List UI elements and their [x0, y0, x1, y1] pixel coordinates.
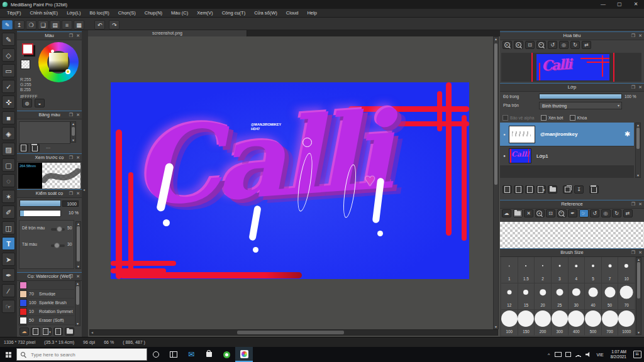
toolbar-button[interactable]: ❑ [38, 20, 48, 30]
store-button[interactable] [200, 347, 218, 362]
brush-list-item[interactable]: 50 Eraser (Soft) [18, 316, 74, 325]
reference-clear-button[interactable]: ✕ [524, 209, 533, 217]
navigator-thumbnail[interactable]: Calli [536, 54, 609, 80]
zoom-in-button[interactable]: + [502, 41, 512, 49]
close-icon[interactable]: ✕ [76, 111, 80, 119]
rotate-cw-button[interactable]: ↻ [570, 41, 580, 49]
brush-size-cell[interactable]: 40 [585, 283, 601, 309]
scroll-down-icon[interactable]: ▼ [494, 325, 498, 329]
canvas-artwork[interactable]: Calli ♥ @MANJIROMIKEY HD47 [111, 82, 469, 279]
flip-view-button[interactable]: ⇄ [582, 41, 591, 49]
start-button[interactable] [0, 347, 16, 362]
delete-swatch-button[interactable] [30, 144, 40, 152]
tool-button[interactable]: ▢ [2, 158, 15, 172]
tool-button[interactable]: T [2, 237, 15, 250]
popout-icon[interactable]: ❒ [69, 190, 73, 197]
brush-size-cell[interactable]: 500 [585, 310, 601, 336]
popout-icon[interactable]: ❒ [631, 249, 635, 256]
volume-icon[interactable] [583, 347, 593, 362]
menu-item[interactable]: Công cụ(T) [218, 9, 250, 18]
reference-hand-button[interactable]: ☞ [579, 209, 589, 217]
brush-size-cell[interactable]: 150 [518, 310, 535, 336]
tool-button[interactable]: ◫ [2, 221, 15, 234]
brush-size-cell[interactable]: 2 [535, 257, 551, 283]
reference-rotate-reset-button[interactable]: ◎ [601, 209, 611, 217]
add-layer-menu-button[interactable]: ▾ [536, 185, 546, 194]
brush-size-cell[interactable]: 50 [602, 283, 618, 309]
popout-icon[interactable]: ❒ [69, 32, 73, 40]
popout-icon[interactable]: ❒ [69, 111, 73, 119]
brush-list-item[interactable]: 10 Rotation Symmet [18, 307, 74, 316]
medibang-taskbar-button[interactable] [235, 347, 253, 362]
layer-list-scrollbar[interactable]: ▲ ▼ [635, 123, 641, 178]
tray-device-icon[interactable] [553, 347, 563, 362]
zoom-reset-button[interactable]: + [514, 41, 523, 49]
scroll-down-icon[interactable]: ▼ [636, 331, 641, 334]
scroll-down-icon[interactable]: ▼ [71, 138, 75, 142]
maximize-button[interactable]: ▢ [611, 0, 628, 9]
scroll-down-icon[interactable]: ▼ [76, 265, 80, 268]
taskbar-search-input[interactable] [16, 348, 147, 361]
tray-battery-icon[interactable] [563, 347, 573, 362]
toolbar-button[interactable]: ❍ [26, 20, 36, 30]
reference-cloud-button[interactable]: ☁ [502, 209, 511, 217]
tool-button[interactable]: ▨ [2, 143, 15, 156]
scrollbar-thumb[interactable] [72, 127, 75, 136]
brush-options-scrollbar[interactable]: ▲ ▼ [75, 221, 81, 269]
scrollbar-thumb[interactable] [636, 128, 640, 149]
cortana-button[interactable] [147, 347, 165, 362]
tool-button[interactable]: ✜ [2, 96, 15, 109]
brush-size-cell[interactable]: 4 [569, 257, 585, 283]
saturation-value-square[interactable] [49, 53, 68, 72]
brush-size-cell[interactable]: 300 [552, 310, 568, 336]
checkbox-box[interactable] [570, 115, 575, 121]
toolbar-button[interactable]: ▤ [50, 20, 60, 30]
tool-button[interactable]: ☞ [2, 300, 15, 313]
brush-size-cell[interactable]: 70 [618, 283, 635, 309]
menu-item[interactable]: Bộ lọc(R) [86, 9, 114, 18]
scroll-up-icon[interactable]: ▲ [71, 122, 75, 126]
close-button[interactable]: ✕ [628, 0, 644, 9]
menu-item[interactable]: Lớp(L) [62, 9, 85, 18]
reference-rotate-cw-button[interactable]: ↻ [612, 209, 621, 217]
brush-list-item[interactable] [18, 281, 74, 290]
tool-button[interactable]: ◈ [2, 127, 15, 140]
scroll-up-icon[interactable]: ▲ [494, 37, 498, 41]
notification-center-button[interactable]: 11 [630, 347, 644, 362]
layer-checkbox[interactable]: Khóa [570, 115, 587, 121]
layer-opacity-slider[interactable] [539, 94, 622, 99]
load-color-slider[interactable] [51, 244, 65, 247]
reference-open-button[interactable] [513, 209, 523, 217]
brush-size-cell[interactable]: 12 [501, 283, 518, 309]
close-icon[interactable]: ✕ [638, 84, 642, 91]
layer-thumbnail[interactable] [509, 126, 535, 143]
taskbar-clock[interactable]: 1:07 AM 8/2/2021 [611, 349, 626, 359]
wifi-icon[interactable] [573, 347, 583, 362]
edit-brush-button[interactable] [53, 327, 63, 336]
rotate-reset-button[interactable]: ◎ [559, 41, 569, 49]
rotate-ccw-button[interactable]: ↺ [548, 41, 557, 49]
scroll-up-icon[interactable]: ▲ [636, 123, 640, 127]
layer-checkbox[interactable]: Xén bớt [541, 115, 563, 121]
brush-list-item[interactable]: 50 Eraser [18, 325, 74, 326]
navigator-thumbnail-zone[interactable]: Calli [501, 53, 641, 82]
menu-item[interactable]: Chụp(N) [140, 9, 167, 18]
undo-button[interactable]: ↶ [94, 20, 105, 30]
toolbar-button[interactable]: ▦ [74, 20, 84, 30]
menu-item[interactable]: Tệp(F) [3, 9, 26, 18]
scrollbar-thumb[interactable] [637, 262, 640, 299]
layer-thumbnail[interactable]: Calli [509, 148, 531, 163]
brush-folder-button[interactable] [65, 327, 74, 336]
menu-item[interactable]: Chọn(S) [114, 9, 140, 18]
checkbox-box[interactable] [541, 115, 547, 121]
toolbar-button[interactable]: ✎ [2, 20, 13, 30]
palette-well[interactable] [19, 121, 70, 144]
visibility-eye-icon[interactable]: ● [500, 133, 509, 136]
color-wheel[interactable] [38, 42, 79, 82]
task-view-button[interactable] [165, 347, 182, 362]
popout-icon[interactable]: ❒ [631, 32, 635, 40]
hue-marker[interactable] [65, 69, 70, 74]
menu-item[interactable]: Màu (C) [167, 9, 192, 18]
mail-button[interactable]: ✉ [182, 347, 200, 362]
toolbar-button[interactable]: ≡ [62, 20, 72, 30]
